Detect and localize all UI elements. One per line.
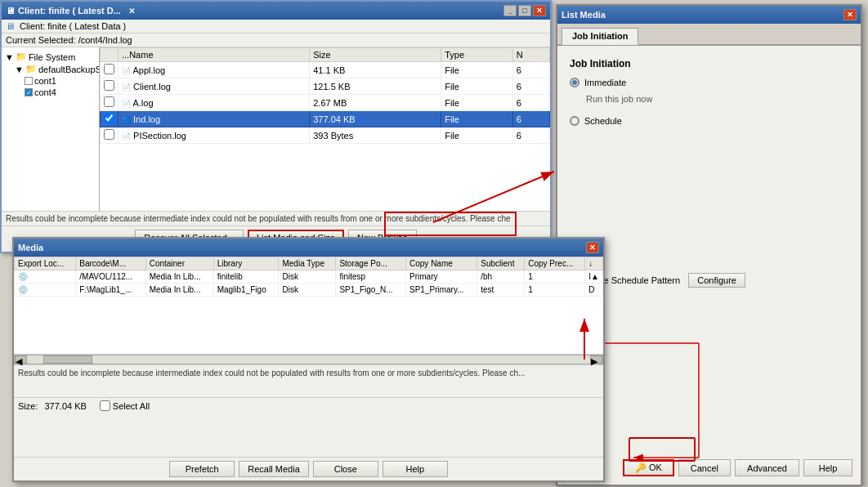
row5-n: 6 xyxy=(512,127,549,144)
col-container[interactable]: Container xyxy=(145,257,213,270)
checkbox-cont1[interactable] xyxy=(25,77,33,85)
row4-checkbox[interactable] xyxy=(104,113,114,123)
radio-group: Immediate Run this job now Schedule xyxy=(570,78,848,126)
row1-checkbox[interactable] xyxy=(104,64,114,74)
col-storage-pos[interactable]: Storage Po... xyxy=(336,257,406,270)
row2-n: 6 xyxy=(512,78,549,95)
main-title-bar: 🖥 Client: finite ( Latest D... ✕ _ □ ✕ xyxy=(2,2,550,20)
row1-n: 6 xyxy=(512,62,549,78)
current-selected: Current Selected: /cont4/Ind.log xyxy=(2,34,550,47)
col-extra[interactable]: ↓ xyxy=(585,257,603,270)
scroll-left-btn[interactable]: ◀ xyxy=(15,355,27,364)
horizontal-scrollbar[interactable]: ◀ ▶ xyxy=(14,355,603,364)
client-label: Client: finite ( Latest Data ) xyxy=(20,21,126,31)
media-dialog: Media ✕ Export Loc... Barcode\M... Conta… xyxy=(12,237,605,482)
client-icon: 🖥 xyxy=(6,21,15,31)
cancel-button[interactable]: Cancel xyxy=(678,459,731,476)
row2-library: Maglib1_Figo xyxy=(213,284,279,297)
tree-item-filesystem[interactable]: ▼ 📁 File System xyxy=(5,51,96,63)
row1-copyname: Primary xyxy=(406,270,477,284)
size-label: Size: xyxy=(18,401,38,411)
col-size[interactable]: Size xyxy=(310,48,441,62)
row5-checkbox[interactable] xyxy=(104,129,114,140)
media-table: Export Loc... Barcode\M... Container Lib… xyxy=(14,257,603,297)
select-all-label: Select All xyxy=(113,401,150,411)
tab-close-icon[interactable]: ✕ xyxy=(128,7,135,16)
ok-button[interactable]: 🔑 OK xyxy=(623,459,674,476)
row2-copyprec: 1 xyxy=(525,284,585,297)
media-scroll-wrap: Export Loc... Barcode\M... Container Lib… xyxy=(14,257,603,355)
expand-icon: ▼ xyxy=(5,52,14,62)
list-media-close-btn[interactable]: ✕ xyxy=(843,9,857,20)
col-n[interactable]: N xyxy=(512,48,549,62)
close-btn[interactable]: ✕ xyxy=(533,5,546,16)
row3-size: 2.67 MB xyxy=(310,95,441,111)
file-panel: ...Name Size Type N 📄 Appl.log 41.1 KB F… xyxy=(100,47,550,211)
media-title: Media xyxy=(18,243,43,252)
row3-checkbox[interactable] xyxy=(104,96,114,107)
main-status-bar: Results could be incomplete because inte… xyxy=(2,211,550,226)
tree-item-defaultbackupset[interactable]: ▼ 📁 defaultBackupSet xyxy=(5,63,96,75)
tab-bar: Job Initiation xyxy=(557,24,861,46)
col-type[interactable]: Type xyxy=(441,48,513,62)
select-all-checkbox[interactable] xyxy=(100,400,110,411)
media-close-button[interactable]: Close xyxy=(313,461,378,477)
advanced-button[interactable]: Advanced xyxy=(735,459,799,476)
tree-item-cont1[interactable]: cont1 xyxy=(5,75,96,87)
col-subclient[interactable]: Subclient xyxy=(477,257,525,270)
media-help-button[interactable]: Help xyxy=(383,461,448,477)
row1-subclient: /bh xyxy=(477,270,525,284)
select-all-wrap: Select All xyxy=(100,400,150,411)
radio-schedule[interactable]: Schedule xyxy=(570,116,848,126)
row2-copyname: SP1_Primary... xyxy=(406,284,477,297)
radio-immediate-circle[interactable] xyxy=(570,78,579,87)
prefetch-button[interactable]: Prefetch xyxy=(169,461,235,477)
table-row[interactable]: 📄 Client.log 121.5 KB File 6 xyxy=(101,78,550,95)
media-status: Results could be incomplete because inte… xyxy=(14,364,603,397)
row4-size: 377.04 KB xyxy=(310,111,441,127)
configure-button[interactable]: Configure xyxy=(688,273,745,288)
col-barcode[interactable]: Barcode\M... xyxy=(76,257,145,270)
scroll-thumb[interactable] xyxy=(43,355,92,364)
recall-media-button[interactable]: Recall Media xyxy=(239,461,309,477)
help-button[interactable]: Help xyxy=(803,459,852,476)
media-row-2[interactable]: 💿 F:\MagLib1_... Media In Lib... Maglib1… xyxy=(15,284,603,297)
job-initiation-title: Job Initiation xyxy=(570,58,848,69)
maximize-btn[interactable]: □ xyxy=(518,5,531,16)
row1-copyprec: 1 xyxy=(525,270,585,284)
row2-export: 💿 xyxy=(15,284,76,297)
tab-job-initiation[interactable]: Job Initiation xyxy=(562,28,638,45)
checkbox-cont4[interactable]: ✓ xyxy=(25,88,33,96)
row3-n: 6 xyxy=(512,95,549,111)
table-row-selected[interactable]: 🔵 Ind.log 377.04 KB File 6 xyxy=(101,111,550,127)
row2-type: File xyxy=(441,78,513,95)
radio-schedule-circle[interactable] xyxy=(570,116,579,126)
table-row[interactable]: 📄 PISection.log 393 Bytes File 6 xyxy=(101,127,550,144)
row2-checkbox[interactable] xyxy=(104,80,114,91)
col-copy-prec[interactable]: Copy Prec... xyxy=(525,257,585,270)
table-row[interactable]: 📄 Appl.log 41.1 KB File 6 xyxy=(101,62,550,78)
row1-type: File xyxy=(441,62,513,78)
table-row[interactable]: 📄 A.log 2.67 MB File 6 xyxy=(101,95,550,111)
client-bar: 🖥 Client: finite ( Latest Data ) xyxy=(2,20,550,34)
col-media-type[interactable]: Media Type xyxy=(279,257,336,270)
scroll-right-btn[interactable]: ▶ xyxy=(590,355,602,364)
size-value: 377.04 KB xyxy=(44,401,86,411)
media-close-btn[interactable]: ✕ xyxy=(586,242,599,253)
radio-immediate[interactable]: Immediate xyxy=(570,78,848,87)
tree-item-cont4[interactable]: ✓ cont4 xyxy=(5,87,96,98)
col-library[interactable]: Library xyxy=(213,257,279,270)
col-name[interactable]: ...Name xyxy=(119,48,310,62)
media-row-1[interactable]: 💿 /MAVOL/112... Media In Lib... finiteli… xyxy=(15,270,603,284)
disk-icon-1: 💿 xyxy=(18,272,28,281)
row3-name: 📄 A.log xyxy=(119,95,310,111)
row1-container: Media In Lib... xyxy=(145,270,213,284)
row2-size: 121.5 KB xyxy=(310,78,441,95)
row4-type: File xyxy=(441,111,513,127)
expand-icon-2: ▼ xyxy=(15,65,24,74)
col-copy-name[interactable]: Copy Name xyxy=(406,257,477,270)
col-export-loc[interactable]: Export Loc... xyxy=(15,257,76,270)
col-checkbox xyxy=(101,48,119,62)
minimize-btn[interactable]: _ xyxy=(503,5,517,16)
row2-mediatype: Disk xyxy=(279,284,336,297)
